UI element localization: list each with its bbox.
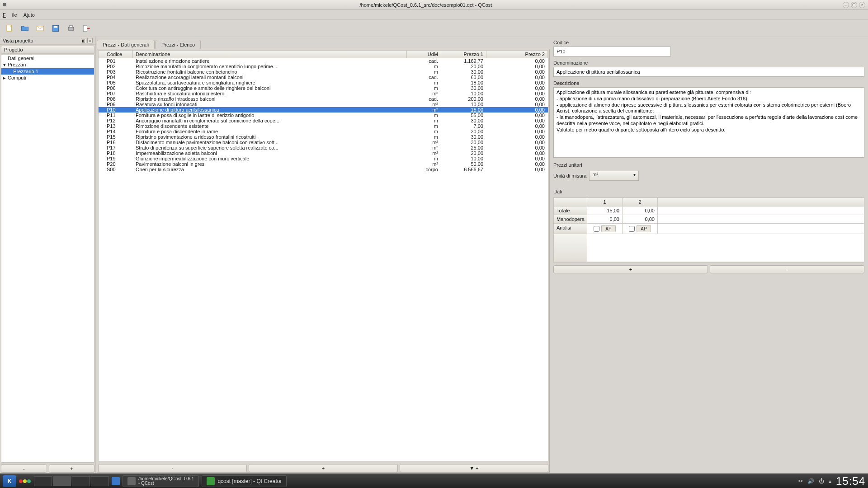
task-qcost-icon <box>127 477 136 485</box>
dati-col-1[interactable]: 1 <box>587 198 623 206</box>
kde-start-button[interactable]: K <box>3 475 16 487</box>
task-qtcreator[interactable]: qcost [master] - Qt Creator <box>202 475 287 487</box>
col-prezzo-2[interactable]: Prezzo 2 <box>486 51 548 58</box>
codice-input[interactable] <box>553 47 671 56</box>
analisi-check-1[interactable] <box>594 226 599 232</box>
table-row[interactable]: P11Fornitura e posa di soglie in lastre … <box>99 113 548 118</box>
table-row[interactable]: P10Applicazione di pittura acrilsilossan… <box>99 107 548 113</box>
table-row[interactable]: P02Rimozione manufatti in conglomerato c… <box>99 64 548 69</box>
save-icon[interactable] <box>50 23 61 34</box>
manodopera-1[interactable]: 0,00 <box>587 215 623 224</box>
project-tree[interactable]: Dati generali▾Prezzari Prezzario 1▸Compu… <box>1 55 94 463</box>
table-row[interactable]: P04Realizzazione ancoraggi laterali mont… <box>99 75 548 80</box>
show-desktop-icon[interactable] <box>112 477 120 485</box>
window-title: /home/mickele/QCost_0.6.1_src/doc/esempi… <box>11 2 841 8</box>
table-row[interactable]: P03Ricostruzione frontalini balcone con … <box>99 69 548 75</box>
manodopera-label: Manodopera <box>554 215 587 224</box>
tray-network-icon[interactable]: ⏻ <box>819 478 824 484</box>
descrizione-textarea[interactable] <box>553 87 864 158</box>
ap-button-1[interactable]: AP <box>601 225 615 232</box>
minimize-button[interactable]: – <box>843 2 849 8</box>
task-qcost[interactable]: /home/mickele/QCost_0.6.1 - QCost <box>123 475 199 487</box>
project-view-pane: Vista progetto ◧ × Progetto Dati general… <box>0 37 96 474</box>
col-prezzo-1[interactable]: Prezzo 1 <box>441 51 486 58</box>
totale-label: Totale <box>554 206 587 215</box>
analisi-1[interactable]: AP <box>587 224 623 234</box>
table-row[interactable]: P07Raschiatura e stuccatura intonaci est… <box>99 91 548 96</box>
maximize-button[interactable]: ▢ <box>851 2 857 8</box>
tree-remove-button[interactable]: - <box>1 465 47 473</box>
grid-add-below-button[interactable]: ▼ + <box>400 464 548 472</box>
tray-volume-icon[interactable]: 🔊 <box>807 478 814 484</box>
tree-item[interactable]: Dati generali <box>1 55 94 61</box>
dati-remove-button[interactable]: - <box>710 265 864 273</box>
grid-remove-button[interactable]: - <box>98 464 247 472</box>
table-row[interactable]: P14Fornitura e posa discendente in ramem… <box>99 129 548 134</box>
titlebar: /home/mickele/QCost_0.6.1_src/doc/esempi… <box>0 0 868 10</box>
analisi-check-2[interactable] <box>629 226 635 232</box>
table-row[interactable]: P08Ripristino rinzaffo intradosso balcon… <box>99 96 548 102</box>
col-udm[interactable]: UdM <box>407 51 441 58</box>
col-codice[interactable]: Codice <box>99 51 133 58</box>
desktop-pager[interactable] <box>34 476 109 486</box>
table-row[interactable]: P09Rasatura su fondi intonacatim²10,000,… <box>99 102 548 107</box>
price-grid[interactable]: Codice Denominazione UdM Prezzo 1 Prezzo… <box>98 50 548 461</box>
open-folder-icon[interactable] <box>19 23 31 34</box>
manodopera-2[interactable]: 0,00 <box>623 215 658 224</box>
prezzi-unitari-label: Prezzi unitari <box>553 162 864 168</box>
denominazione-input[interactable] <box>553 67 864 77</box>
table-row[interactable]: P16Disfacimento manuale pavimentazione b… <box>99 140 548 145</box>
analisi-2[interactable]: AP <box>623 224 658 234</box>
close-pane-icon[interactable]: × <box>87 38 93 43</box>
ap-button-2[interactable]: AP <box>637 225 651 232</box>
menu-file[interactable]: File <box>3 12 17 18</box>
tab-prezzi-elenco[interactable]: Prezzi - Elenco <box>156 40 201 49</box>
toolbar <box>0 20 868 37</box>
new-file-icon[interactable] <box>4 23 15 34</box>
table-row[interactable]: P13Rimozione discendente esistentem7,000… <box>99 123 548 129</box>
totale-1[interactable]: 15,00 <box>587 206 623 215</box>
exit-icon[interactable] <box>80 23 92 34</box>
mail-icon[interactable] <box>34 23 46 34</box>
left-pane-title: Vista progetto <box>3 38 33 43</box>
tab-prezzi-dati-generali[interactable]: Prezzi - Dati generali <box>97 40 155 49</box>
table-row[interactable]: P12Ancoraggio manufatti in conglomerato … <box>99 118 548 123</box>
table-row[interactable]: P06Coloritura con antiruggine e smalto d… <box>99 85 548 91</box>
col-denominazione[interactable]: Denominazione <box>133 51 407 58</box>
dati-add-button[interactable]: + <box>553 265 708 273</box>
descrizione-label: Descrizione <box>553 80 864 86</box>
table-row[interactable]: P18Impermeabilizzazione soletta balconim… <box>99 150 548 156</box>
tree-item[interactable]: Prezzario 1 <box>1 68 94 75</box>
print-icon[interactable] <box>65 23 77 34</box>
table-row[interactable]: P05Spazzolatura, scartavetratura e smeri… <box>99 80 548 85</box>
svg-rect-4 <box>54 26 57 28</box>
tree-item[interactable]: ▸Computi <box>1 75 94 81</box>
udm-select[interactable]: m² <box>589 171 639 181</box>
udm-label: Unità di misura <box>553 173 586 178</box>
dati-grid: 1 2 Totale 15,00 0,00 Manodopera 0,00 0,… <box>553 197 864 263</box>
grid-header: Codice Denominazione UdM Prezzo 1 Prezzo… <box>99 51 548 58</box>
taskbar: K /home/mickele/QCost_0.6.1 - QCost qcos… <box>0 474 868 488</box>
table-row[interactable]: P15Ripristino pavimentazione a ridosso f… <box>99 134 548 140</box>
grid-add-button[interactable]: + <box>249 464 397 472</box>
tabs: Prezzi - Dati generali Prezzi - Elenco <box>97 38 550 49</box>
tree-item[interactable]: ▾Prezzari <box>1 61 94 68</box>
clock[interactable]: 15:54 <box>836 475 865 488</box>
table-row[interactable]: P17Strato di pendenza su superficie supe… <box>99 145 548 150</box>
svg-rect-5 <box>68 27 74 30</box>
undock-icon[interactable]: ◧ <box>81 38 86 43</box>
table-row[interactable]: P19Giunzione impermeabilizzazione con mu… <box>99 156 548 161</box>
table-row[interactable]: S00Oneri per la sicurezzacorpo6.566,670,… <box>99 167 548 172</box>
close-button[interactable]: × <box>859 2 865 8</box>
menu-help[interactable]: Aiuto <box>24 12 35 18</box>
tree-add-button[interactable]: + <box>49 465 95 473</box>
tray-scissors-icon[interactable]: ✂ <box>798 478 803 484</box>
tray-expand-icon[interactable]: ▴ <box>829 478 831 484</box>
table-row[interactable]: P01Installazione e rimozione cantierecad… <box>99 58 548 64</box>
dati-col-2[interactable]: 2 <box>623 198 658 206</box>
activity-dots[interactable] <box>19 478 31 484</box>
project-header: Progetto <box>1 46 94 54</box>
denominazione-label: Denominazione <box>553 60 864 66</box>
totale-2[interactable]: 0,00 <box>623 206 658 215</box>
table-row[interactable]: P20Pavimentazione balconi in gresm²50,00… <box>99 161 548 167</box>
